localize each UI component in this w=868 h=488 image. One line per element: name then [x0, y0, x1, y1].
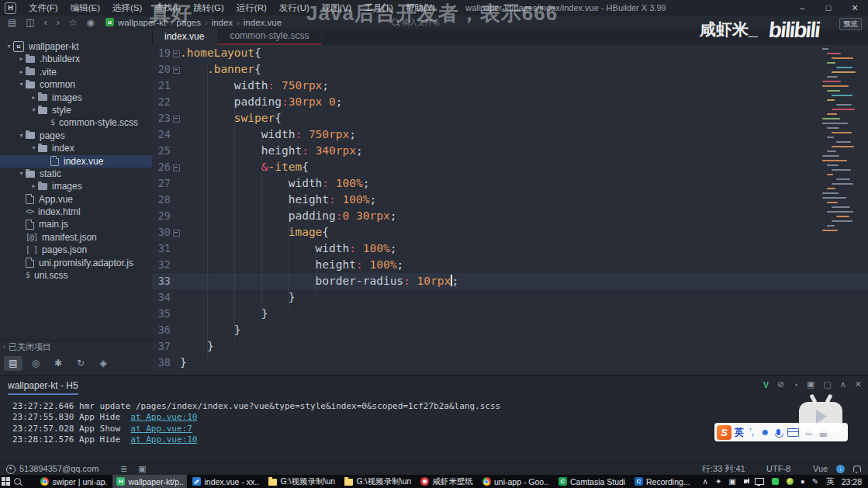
new-file-icon[interactable]: ▤	[8, 16, 16, 29]
emoji-icon[interactable]: ☻	[760, 427, 770, 438]
code-line-30[interactable]: 30 image{	[152, 224, 868, 241]
tree-item-pages.json[interactable]: [ ]pages.json	[0, 244, 152, 256]
info-icon[interactable]: ⊘	[777, 379, 784, 389]
tree-item-style[interactable]: ▾style	[0, 104, 152, 116]
ime-language-toggle[interactable]: 英	[735, 426, 744, 439]
fold-marker[interactable]	[171, 224, 180, 241]
code-line-32[interactable]: 32 height: 100%;	[152, 257, 868, 273]
antivirus-tray-icon[interactable]	[787, 478, 794, 485]
tree-item-common[interactable]: ▾common	[0, 78, 152, 91]
code-line-20[interactable]: 20 .banner{	[152, 61, 868, 78]
tab-common-style.scss[interactable]: common-style.scss	[217, 29, 322, 45]
ime-more-icon[interactable]: ⊞	[805, 427, 813, 438]
tree-arrow-icon[interactable]: ▸	[29, 92, 38, 104]
tree-arrow-icon[interactable]: ▾	[5, 40, 13, 53]
find-in-files-icon[interactable]: ◎	[26, 356, 45, 371]
close-button[interactable]: ✕	[842, 0, 868, 16]
stop-icon[interactable]: ▣	[807, 379, 814, 389]
start-button[interactable]	[0, 475, 12, 488]
code-line-26[interactable]: 26 &-item{	[152, 159, 868, 175]
console-tab[interactable]: wallpaper-kt - H5	[8, 380, 78, 395]
tab-index.vue[interactable]: index.vue	[152, 29, 217, 45]
taskbar-search-button[interactable]	[12, 477, 23, 486]
fold-marker[interactable]	[171, 159, 180, 175]
menu-item-1[interactable]: 编辑(E)	[64, 0, 106, 16]
taskbar-folder-button[interactable]: G:\视频录制\uni...	[341, 475, 415, 488]
display-icon[interactable]	[755, 478, 764, 485]
menu-item-3[interactable]: 查找(I)	[148, 0, 187, 16]
tree-arrow-icon[interactable]: ▾	[29, 142, 38, 154]
code-line-35[interactable]: 35 }	[152, 306, 868, 322]
code-line-21[interactable]: 21 width: 750rpx;	[152, 78, 868, 94]
tree-arrow-icon[interactable]: ▾	[17, 168, 26, 180]
code-line-34[interactable]: 34 }	[152, 289, 868, 306]
minimap[interactable]	[822, 48, 863, 242]
breadcrumb-pages[interactable]: pages	[177, 18, 201, 27]
tray-icon[interactable]: ✎	[812, 477, 818, 486]
tray-expand-icon[interactable]: ∧	[703, 477, 708, 486]
menu-item-8[interactable]: 工具(T)	[358, 0, 399, 16]
update-download-icon[interactable]: ↓	[836, 465, 845, 473]
ime-grid-icon[interactable]: ▩	[819, 427, 828, 438]
code-line-27[interactable]: 27 width: 100%;	[152, 175, 868, 192]
tree-arrow-icon[interactable]: ▸	[29, 180, 38, 192]
taskbar-chrome-button[interactable]: swiper | uni-ap...	[36, 475, 111, 488]
code-line-29[interactable]: 29 padding:0 30rpx;	[152, 208, 868, 224]
nav-forward-icon[interactable]: ›	[57, 16, 60, 29]
menu-item-4[interactable]: 跳转(G)	[187, 0, 230, 16]
menu-item-2[interactable]: 选择(S)	[106, 0, 148, 16]
fold-marker[interactable]	[171, 45, 180, 61]
identifier-icon[interactable]: ◈	[94, 356, 112, 371]
menu-item-0[interactable]: 文件(F)	[22, 0, 64, 16]
tree-item-index[interactable]: ▾index	[0, 142, 152, 154]
tree-item-manifest.json[interactable]: [@]manifest.json	[0, 231, 152, 244]
tree-item-pages[interactable]: ▾pages	[0, 130, 152, 142]
code-line-31[interactable]: 31 width: 100%;	[152, 241, 868, 257]
collapse-panel-icon[interactable]: ∧	[840, 379, 846, 389]
account-info[interactable]: 513894357@qq.com	[6, 462, 99, 476]
maximize-button[interactable]: □	[815, 0, 842, 16]
tree-item-images[interactable]: ▸images	[0, 92, 152, 104]
tray-image-icon[interactable]: ▣	[728, 477, 735, 486]
timer-icon[interactable]: ◔	[793, 380, 798, 389]
preview-button[interactable]: 预览	[839, 18, 862, 30]
code-line-23[interactable]: 23 swiper{	[152, 110, 868, 126]
code-line-22[interactable]: 22 padding:30rpx 0;	[152, 94, 868, 110]
taskbar-clock[interactable]: 23:28	[842, 477, 862, 486]
tray-app-icon[interactable]: ✦	[715, 477, 721, 486]
project-explorer-icon[interactable]: ▤	[4, 356, 22, 371]
vue-version-icon[interactable]: V	[763, 380, 769, 389]
menu-item-7[interactable]: 视图(V)	[316, 0, 358, 16]
breadcrumb-index[interactable]: index	[212, 18, 233, 27]
fold-marker[interactable]	[171, 61, 180, 78]
tree-item-main.js[interactable]: main.js	[0, 218, 152, 230]
image-preview-icon[interactable]: ▣	[138, 462, 146, 476]
tree-item-uni.scss[interactable]: $uni.scss	[0, 269, 152, 282]
menu-item-5[interactable]: 运行(R)	[230, 0, 273, 16]
tree-arrow-icon[interactable]: ▾	[29, 104, 38, 116]
tree-item-.hbuilderx[interactable]: ▸.hbuilderx	[0, 53, 152, 65]
camtasia-tray-icon[interactable]	[772, 478, 779, 485]
tray-icon[interactable]: ●	[801, 477, 805, 486]
menu-item-6[interactable]: 发行(U)	[273, 0, 316, 16]
tree-arrow-icon[interactable]: ▸	[17, 53, 26, 65]
save-icon[interactable]: ◫	[26, 16, 34, 29]
keyboard-icon[interactable]	[787, 428, 799, 437]
minimize-button[interactable]: –	[789, 0, 815, 16]
menu-item-9[interactable]: 帮助(Y)	[399, 0, 441, 16]
punctuation-icon[interactable]: ’,	[749, 427, 754, 438]
tree-item-index.vue[interactable]: index.vue	[0, 155, 152, 168]
favorite-icon[interactable]: ☆	[69, 16, 78, 29]
encoding-indicator[interactable]: UTF-8	[766, 462, 790, 476]
mic-icon[interactable]	[776, 429, 780, 435]
window-icon[interactable]: ▢	[823, 379, 831, 389]
code-line-38[interactable]: 38}	[152, 355, 868, 371]
breadcrumb-index.vue[interactable]: index.vue	[244, 18, 282, 27]
taskbar-ime-indicator[interactable]: 英	[826, 476, 835, 487]
tree-item-common-style.scss[interactable]: $common-style.scss	[0, 116, 152, 129]
volume-icon[interactable]	[744, 479, 747, 483]
filetype-indicator[interactable]: Vue	[813, 462, 828, 476]
run-icon[interactable]: ◉	[86, 16, 94, 29]
file-search[interactable]: 输入文件名	[392, 16, 441, 28]
fold-marker[interactable]	[171, 110, 180, 126]
